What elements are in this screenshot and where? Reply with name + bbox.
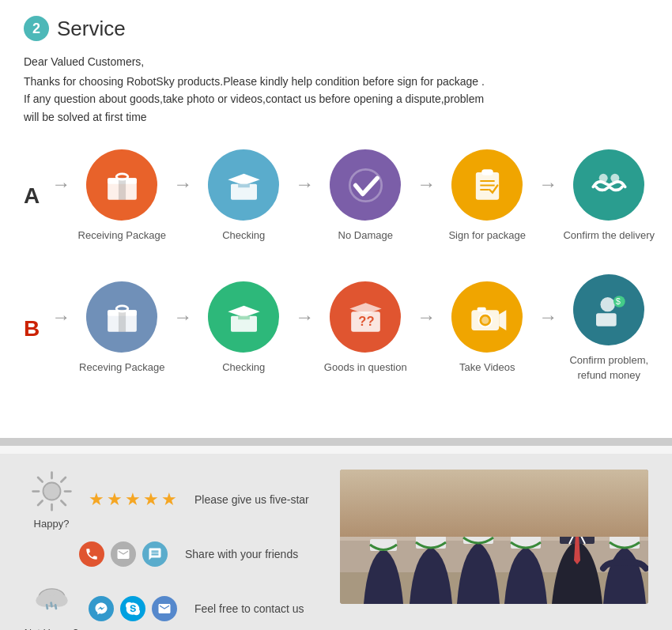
svg-rect-18 bbox=[116, 306, 128, 311]
arrow-4: → bbox=[538, 173, 557, 195]
flow-a-items: Receiving Package → Checking → bbox=[74, 149, 656, 243]
arrow: → bbox=[51, 173, 70, 195]
camera-icon bbox=[466, 296, 509, 339]
question-box-icon: ?? bbox=[344, 296, 387, 339]
flow-a-label: A bbox=[24, 183, 40, 209]
sign-package-circle bbox=[451, 149, 523, 221]
phone-icon[interactable] bbox=[79, 541, 104, 567]
flow-item-receiving-package: Receiving Package bbox=[74, 149, 169, 243]
star-1: ★ bbox=[89, 489, 104, 510]
team-photo-panel bbox=[340, 470, 648, 604]
arrow-b4: → bbox=[538, 306, 557, 328]
main-container: 2 Service Dear Valued Customers, Thanks … bbox=[0, 0, 672, 630]
intro-body: Thanks for choosing RobotSky products.Pl… bbox=[24, 73, 648, 126]
section-title: Service bbox=[57, 17, 126, 41]
arrow-1: → bbox=[173, 173, 192, 195]
flow-item-checking-a: Checking bbox=[196, 149, 291, 243]
svg-point-61 bbox=[561, 492, 593, 526]
refund-icon: $ $ bbox=[587, 289, 631, 332]
section-number: 2 bbox=[24, 16, 49, 41]
arrow-b-start: → bbox=[51, 306, 70, 328]
no-damage-circle bbox=[330, 149, 401, 221]
svg-point-35 bbox=[43, 482, 60, 500]
service-section: 2 Service Dear Valued Customers, Thanks … bbox=[0, 0, 672, 438]
intro-greeting: Dear Valued Customers, bbox=[24, 55, 648, 68]
email-icon[interactable] bbox=[152, 596, 177, 621]
team-photo bbox=[340, 470, 648, 604]
flow-item-receving-package: Receving Package bbox=[74, 281, 169, 375]
star-4: ★ bbox=[143, 489, 159, 510]
flow-b-items: Receving Package → Checking → bbox=[74, 274, 656, 382]
goods-question-label: Goods in question bbox=[324, 360, 407, 375]
svg-point-30 bbox=[600, 297, 614, 311]
svg-point-57 bbox=[463, 492, 493, 526]
share-icons bbox=[79, 541, 168, 567]
package-b-icon bbox=[100, 296, 144, 339]
svg-point-46 bbox=[50, 594, 67, 607]
svg-point-55 bbox=[417, 497, 445, 529]
share-text: Share with your friends bbox=[185, 548, 298, 560]
checking-b-label: Checking bbox=[222, 360, 265, 375]
contact-icons bbox=[89, 596, 177, 621]
not-happy-row: Not Happy? bbox=[24, 579, 324, 630]
confirm-problem-label: Confirm problem,refund money bbox=[569, 353, 648, 382]
svg-rect-6 bbox=[238, 183, 250, 187]
goods-question-circle: ?? bbox=[330, 281, 401, 353]
sun-icon bbox=[30, 470, 74, 518]
svg-marker-29 bbox=[499, 310, 506, 330]
happy-label: Happy? bbox=[34, 518, 70, 530]
svg-rect-51 bbox=[340, 470, 648, 541]
confirm-problem-circle: $ $ bbox=[573, 274, 644, 345]
flow-item-no-damage: No Damage bbox=[318, 149, 413, 243]
box-open-b-icon bbox=[222, 296, 266, 339]
star-2: ★ bbox=[107, 489, 123, 510]
flow-item-checking-b: Checking bbox=[196, 281, 291, 375]
not-happy-icon-box: Not Happy? bbox=[24, 579, 79, 630]
svg-point-66 bbox=[610, 497, 639, 529]
flow-item-goods-question: ?? Goods in question bbox=[318, 281, 413, 375]
svg-line-40 bbox=[38, 477, 43, 482]
flow-row-b: B → Receving Package → bbox=[24, 274, 648, 382]
svg-line-42 bbox=[61, 477, 66, 482]
box-open-icon bbox=[222, 164, 266, 207]
take-videos-label: Take Videos bbox=[459, 360, 515, 375]
cloud-rain-icon bbox=[30, 579, 74, 627]
svg-text:??: ?? bbox=[358, 314, 374, 328]
checking-a-circle bbox=[208, 149, 279, 221]
confirm-delivery-circle bbox=[573, 149, 644, 221]
svg-point-53 bbox=[369, 501, 398, 533]
skype-icon[interactable] bbox=[120, 596, 145, 621]
five-star-text: Please give us five-star bbox=[194, 493, 309, 506]
happy-icon-box: Happy? bbox=[24, 470, 79, 530]
chat-icon[interactable] bbox=[142, 541, 168, 567]
take-videos-circle bbox=[451, 281, 523, 353]
receving-package-circle bbox=[86, 281, 157, 353]
mail-icon[interactable] bbox=[111, 541, 136, 567]
messenger-icon[interactable] bbox=[89, 596, 114, 621]
receiving-package-circle bbox=[86, 149, 157, 221]
bottom-section: Happy? ★ ★ ★ ★ ★ Please give us five-sta… bbox=[0, 454, 672, 630]
flow-item-confirm-delivery: Confirm the delivery bbox=[561, 149, 656, 243]
receving-package-label: Receving Package bbox=[79, 360, 164, 375]
divider bbox=[0, 438, 672, 446]
package-icon bbox=[100, 164, 144, 207]
share-row: Share with your friends bbox=[79, 541, 324, 567]
star-3: ★ bbox=[125, 489, 141, 510]
svg-rect-31 bbox=[596, 313, 617, 326]
stars-row: ★ ★ ★ ★ ★ bbox=[89, 489, 177, 510]
svg-rect-21 bbox=[238, 316, 250, 320]
flow-b-label: B bbox=[24, 316, 40, 341]
section-header: 2 Service bbox=[24, 16, 648, 41]
checkmark-icon bbox=[344, 164, 387, 207]
svg-rect-2 bbox=[119, 178, 126, 200]
no-damage-label: No Damage bbox=[338, 228, 393, 243]
svg-point-13 bbox=[598, 174, 607, 183]
arrow-b3: → bbox=[417, 306, 436, 328]
checking-a-label: Checking bbox=[222, 228, 265, 243]
arrow-2: → bbox=[295, 173, 314, 195]
confirm-delivery-label: Confirm the delivery bbox=[563, 228, 655, 243]
svg-marker-5 bbox=[228, 174, 259, 186]
svg-point-14 bbox=[610, 174, 619, 183]
arrow-b1: → bbox=[173, 306, 192, 328]
svg-text:$: $ bbox=[615, 296, 620, 306]
